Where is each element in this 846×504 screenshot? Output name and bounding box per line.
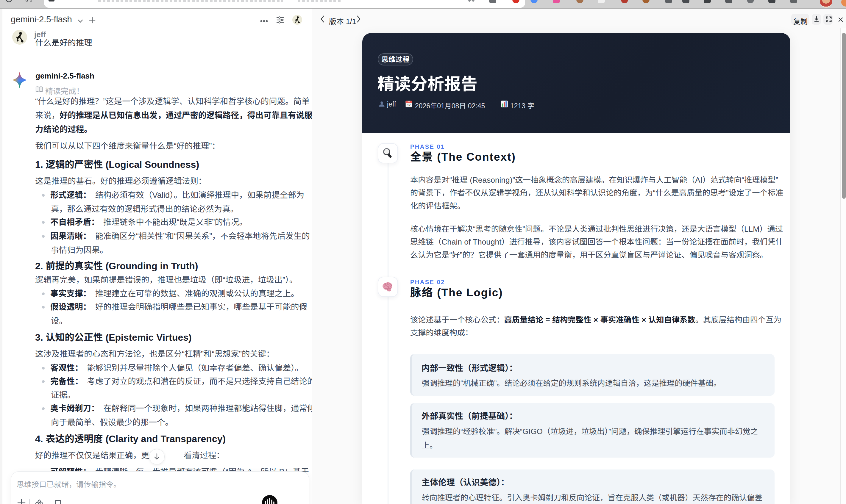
svg-text:17: 17 bbox=[407, 103, 410, 107]
svg-text:JUL: JUL bbox=[407, 101, 410, 103]
